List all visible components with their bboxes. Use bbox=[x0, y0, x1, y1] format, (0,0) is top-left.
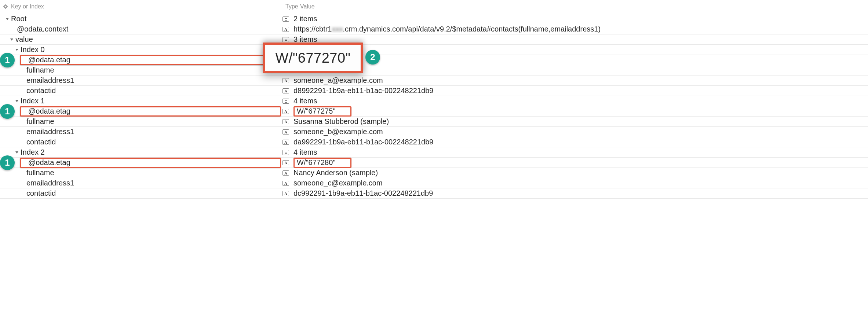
row-odata-context[interactable]: @odata.context A https://cbtr1xxx.crm.dy… bbox=[0, 24, 868, 34]
key-label: value bbox=[15, 35, 33, 44]
svg-line-6 bbox=[4, 7, 5, 8]
highlight-key-frame: @odata.etag bbox=[20, 158, 281, 168]
callout-2: 2 bbox=[365, 50, 380, 65]
row-index-1[interactable]: Index 1 :: 4 items bbox=[0, 96, 868, 106]
key-label: @odata.context bbox=[17, 25, 68, 33]
zoom-value-text: W/"677270" bbox=[275, 50, 350, 66]
value-text: 4 items bbox=[293, 97, 866, 105]
value-text: da992291-1b9a-eb11-b1ac-002248221db9 bbox=[293, 138, 866, 146]
key-label: @odata.etag bbox=[23, 158, 70, 167]
row-index-0[interactable]: Index 0 bbox=[0, 45, 868, 55]
svg-line-7 bbox=[6, 7, 7, 8]
row-index-1-etag[interactable]: 1 @odata.etag A W/"677275" bbox=[0, 106, 868, 117]
type-string-icon: A bbox=[282, 78, 289, 83]
key-label: contactid bbox=[26, 138, 56, 146]
type-string-icon: A bbox=[282, 170, 289, 176]
row-index-0-email[interactable]: emailaddress1 A someone_a@example.com bbox=[0, 76, 868, 86]
type-string-icon: A bbox=[282, 129, 289, 135]
type-string-icon: A bbox=[282, 181, 289, 186]
row-index-2-contactid[interactable]: contactid A dc992291-1b9a-eb11-b1ac-0022… bbox=[0, 188, 868, 199]
toggle-icon[interactable] bbox=[4, 14, 11, 24]
row-index-2-etag[interactable]: 1 @odata.etag A W/"677280" bbox=[0, 158, 868, 168]
header-row: Key or Index Type Value bbox=[0, 0, 868, 13]
key-label: fullname bbox=[26, 117, 54, 126]
highlight-key-frame: @odata.etag bbox=[20, 106, 281, 117]
type-string-icon: A bbox=[282, 119, 289, 124]
type-object-icon: :: bbox=[282, 99, 289, 104]
value-text: W/"677275" bbox=[293, 106, 866, 117]
key-label: contactid bbox=[26, 86, 56, 95]
row-root[interactable]: Root :: 2 items bbox=[0, 14, 868, 24]
value-text: Susanna Stubberod (sample) bbox=[293, 117, 866, 126]
key-label: emailaddress1 bbox=[26, 76, 74, 85]
key-label: @odata.etag bbox=[23, 56, 70, 64]
key-label: Index 0 bbox=[21, 45, 45, 54]
row-index-0-etag[interactable]: 1 @odata.etag bbox=[0, 55, 868, 65]
value-text: W/"677280" bbox=[293, 158, 866, 168]
svg-line-4 bbox=[4, 5, 5, 6]
value-redacted: xxx bbox=[332, 25, 343, 33]
etag-value: W/"677280" bbox=[297, 158, 335, 167]
svg-line-5 bbox=[6, 5, 7, 6]
highlight-value-frame: W/"677275" bbox=[293, 106, 351, 117]
row-index-1-contactid[interactable]: contactid A da992291-1b9a-eb11-b1ac-0022… bbox=[0, 137, 868, 147]
type-object-icon: :: bbox=[282, 150, 289, 155]
tree: Root :: 2 items @odata.context A https:/… bbox=[0, 13, 868, 199]
type-array-icon: ≡ bbox=[282, 37, 289, 42]
value-text: Nancy Anderson (sample) bbox=[293, 169, 866, 177]
key-label: @odata.etag bbox=[23, 107, 70, 115]
value-text: dc992291-1b9a-eb11-b1ac-002248221db9 bbox=[293, 189, 866, 198]
type-string-icon: A bbox=[282, 160, 289, 165]
type-string-icon: A bbox=[282, 27, 289, 32]
value-prefix: https://cbtr1 bbox=[293, 25, 332, 33]
row-index-2-email[interactable]: emailaddress1 A someone_c@example.com bbox=[0, 178, 868, 188]
value-text: 4 items bbox=[293, 148, 866, 156]
value-text: someone_a@example.com bbox=[293, 76, 866, 85]
type-string-icon: A bbox=[282, 109, 289, 114]
header-key-label: Key or Index bbox=[11, 3, 285, 10]
header-value-label: Value bbox=[300, 3, 868, 10]
row-value-array[interactable]: value ≡ 3 items bbox=[0, 34, 868, 45]
header-type-label: Type bbox=[285, 3, 300, 10]
row-index-2-fullname[interactable]: fullname A Nancy Anderson (sample) bbox=[0, 168, 868, 178]
row-index-0-fullname[interactable]: fullname bbox=[0, 65, 868, 76]
key-label: Index 1 bbox=[21, 97, 45, 105]
zoom-value-box: W/"677270" bbox=[263, 43, 363, 73]
etag-value: W/"677275" bbox=[297, 107, 335, 115]
highlight-value-frame: W/"677280" bbox=[293, 158, 351, 168]
value-text: 3 items bbox=[293, 35, 866, 44]
value-text: someone_c@example.com bbox=[293, 179, 866, 187]
value-suffix: .crm.dynamics.com/api/data/v9.2/$metadat… bbox=[343, 25, 601, 33]
toggle-icon[interactable] bbox=[8, 34, 15, 45]
value-text: https://cbtr1xxx.crm.dynamics.com/api/da… bbox=[293, 25, 866, 33]
toggle-icon[interactable] bbox=[13, 96, 21, 106]
key-label: Index 2 bbox=[21, 148, 45, 156]
key-label: contactid bbox=[26, 189, 56, 198]
key-label: fullname bbox=[26, 169, 54, 177]
value-text: 2 items bbox=[293, 15, 866, 23]
highlight-key-frame: @odata.etag bbox=[20, 55, 281, 65]
type-string-icon: A bbox=[282, 140, 289, 145]
toggle-icon[interactable] bbox=[13, 45, 21, 55]
type-object-icon: :: bbox=[282, 16, 289, 22]
key-label: emailaddress1 bbox=[26, 128, 74, 136]
key-label: Root bbox=[11, 15, 26, 23]
value-text: d8992291-1b9a-eb11-b1ac-002248221db9 bbox=[293, 86, 866, 95]
type-string-icon: A bbox=[282, 88, 289, 93]
key-label: emailaddress1 bbox=[26, 179, 74, 187]
toggle-icon[interactable] bbox=[13, 147, 21, 158]
collapse-all-icon[interactable] bbox=[2, 3, 9, 10]
type-string-icon: A bbox=[282, 191, 289, 196]
row-index-0-contactid[interactable]: contactid A d8992291-1b9a-eb11-b1ac-0022… bbox=[0, 86, 868, 96]
row-index-1-email[interactable]: emailaddress1 A someone_b@example.com bbox=[0, 127, 868, 137]
row-index-2[interactable]: Index 2 :: 4 items bbox=[0, 147, 868, 158]
key-label: fullname bbox=[26, 66, 54, 74]
value-text: someone_b@example.com bbox=[293, 128, 866, 136]
row-index-1-fullname[interactable]: fullname A Susanna Stubberod (sample) bbox=[0, 117, 868, 127]
